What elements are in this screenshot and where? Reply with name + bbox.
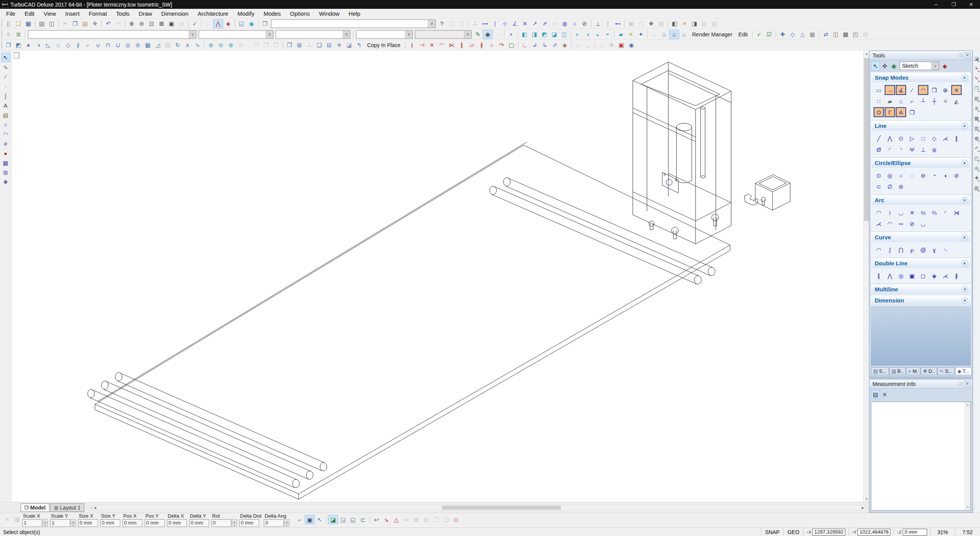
print-preview-button[interactable]: ◫ <box>47 19 57 28</box>
maximize-button[interactable]: ❒ <box>945 0 962 9</box>
arc-center-radius-button[interactable]: ◠ <box>874 208 884 217</box>
render-ball-button[interactable]: ◍ <box>973 134 980 142</box>
line-style-select[interactable]: ∨ <box>199 30 273 39</box>
snap-vertex-button[interactable]: ↗ <box>530 19 540 28</box>
section-header[interactable]: Double Line <box>871 258 970 268</box>
collapse-icon[interactable] <box>962 74 968 81</box>
pin-icon[interactable]: ❍ <box>958 52 962 58</box>
render-hidden-line-button[interactable]: ♨ <box>659 30 669 39</box>
3d-pick-button[interactable]: ◈ <box>223 19 233 28</box>
copy-linear-button[interactable]: ❐ <box>284 41 294 50</box>
spell-az-button[interactable]: ☑ <box>764 30 774 39</box>
image-attach-button[interactable]: ▥ <box>699 19 709 28</box>
spiral-3d-button[interactable]: ∿ <box>193 41 203 50</box>
ungroup-button[interactable]: ▢ <box>636 19 646 28</box>
color-select-select[interactable]: ∨ <box>356 30 413 39</box>
field-input[interactable]: 0 <box>211 519 231 527</box>
zoom-previous-button[interactable]: ◎ <box>176 19 186 28</box>
snap-status[interactable]: SNAP <box>761 528 783 536</box>
snap-intersection-button[interactable]: ✕ <box>951 85 962 95</box>
field-input[interactable]: 1 <box>22 519 42 527</box>
node-select-button[interactable]: ✜ <box>880 61 889 70</box>
snap-divide-button[interactable]: ⊹ <box>500 19 510 28</box>
snap-quadrant-button[interactable]: ◍ <box>560 19 570 28</box>
corner-round-button[interactable]: ∟ <box>520 41 530 50</box>
spinner[interactable]: ▴▾ <box>42 519 48 527</box>
line-weight-select[interactable]: ∨ <box>276 30 350 39</box>
measurement-list-button[interactable]: ▤ <box>871 390 880 399</box>
measure-tri-button[interactable]: △ <box>596 41 606 50</box>
spinner[interactable]: ▴▾ <box>70 519 76 527</box>
new-from-template-button[interactable]: ❐ <box>260 19 270 28</box>
bool-subtract-button[interactable]: ⊖ <box>216 41 226 50</box>
group-button[interactable]: ▣ <box>626 19 636 28</box>
snap-priority-button[interactable]: ⊷ <box>613 19 623 28</box>
workplane-button[interactable]: ▰ <box>616 30 626 39</box>
snap-grid-button[interactable]: ∷ <box>874 96 884 106</box>
x-coordinate-field[interactable]: 1297,329592 <box>812 529 845 536</box>
menu-file[interactable]: File <box>2 10 20 18</box>
workspace-window-button[interactable]: ◱ <box>237 19 247 28</box>
section-header[interactable]: Snap Modes <box>871 73 970 82</box>
circle-tool-button[interactable]: ○ <box>1 120 10 129</box>
vertical-scrollbar[interactable]: ▲ ▼ <box>863 51 869 502</box>
dup2-gray-button[interactable]: ❑ <box>441 515 451 524</box>
arc-tool-button[interactable]: ◠ <box>1 129 10 139</box>
dline-offset-button[interactable]: ∦ <box>951 271 962 281</box>
rail-sweep-button[interactable]: ⊓ <box>103 41 113 50</box>
line-rectangle-button[interactable]: □ <box>918 133 928 143</box>
line-tangent-2arc-button[interactable]: ◜ <box>885 144 895 154</box>
snap-magnetic-button[interactable]: Ω <box>874 107 884 117</box>
fill-select-select[interactable]: ∨ <box>415 30 472 39</box>
select-2d-mode-button[interactable]: ▣ <box>305 515 315 524</box>
zoom-extents-button[interactable]: ⊠ <box>157 19 167 28</box>
dline-angle-button[interactable]: ⋀ <box>885 271 895 281</box>
redo-button[interactable]: ↷ <box>113 19 123 28</box>
select-button[interactable]: ↖ <box>1 53 10 62</box>
line-polygon-button[interactable]: ▷ <box>907 133 917 143</box>
render-wireframe-button[interactable]: ♨ <box>649 30 659 39</box>
hatch-pair-button[interactable]: ∩ <box>573 41 583 50</box>
helix-button[interactable]: ∮ <box>73 41 83 50</box>
edit-select-button[interactable]: ∿ <box>1 62 10 72</box>
wedge-button[interactable]: ◇ <box>63 41 73 50</box>
layers-button[interactable]: ≣ <box>13 30 23 39</box>
snap-ortho-button[interactable]: ⊥ <box>593 19 603 28</box>
line-irregular-button[interactable]: ⊙ <box>896 133 906 143</box>
ellipse-ratio-button[interactable]: ⊜ <box>896 181 906 191</box>
part-tree-1-button[interactable]: ❒ <box>251 41 261 50</box>
line-axis-button[interactable]: ⊥ <box>918 144 928 154</box>
collapse-icon[interactable] <box>962 197 968 203</box>
coord-world-button[interactable]: ◪ <box>328 515 338 524</box>
menu-view[interactable]: View <box>39 10 60 18</box>
scroll-up-icon[interactable]: ▲ <box>965 402 970 408</box>
fillet-button[interactable]: ◠ <box>437 41 447 50</box>
field-input[interactable]: 1 <box>50 519 70 527</box>
ellipse-rotated-button[interactable]: ∅ <box>885 181 895 191</box>
snap-opposite-button[interactable]: ∡ <box>896 85 906 95</box>
view-right-button[interactable]: ◓ <box>603 30 612 39</box>
menu-modify[interactable]: Modify <box>233 10 259 18</box>
torus-button[interactable]: ◎ <box>123 41 133 50</box>
field-input[interactable]: 0 mm <box>189 519 209 527</box>
layer-select-select[interactable]: ∨ <box>28 30 196 39</box>
paste-button[interactable]: ▤ <box>80 19 90 28</box>
snap-nearest-button[interactable]: ⊶ <box>480 19 490 28</box>
dline-rect-button[interactable]: ◻ <box>918 271 928 281</box>
view-front-button[interactable]: ◐ <box>573 30 583 39</box>
loft-button[interactable]: ∧ <box>183 41 193 50</box>
render-quality-button[interactable]: ♨ <box>679 30 689 39</box>
scroll-up-icon[interactable]: ▲ <box>864 51 869 57</box>
palette-tab-design[interactable]: ❋D.. <box>921 367 937 375</box>
pipe-button[interactable]: ⊔ <box>113 41 123 50</box>
circle-3point-button[interactable]: ◌ <box>907 170 917 180</box>
arc-ratio-button[interactable]: ◡ <box>918 219 928 229</box>
line-sketch-button[interactable]: ψ <box>929 144 939 154</box>
select-outline-button[interactable]: ▧ <box>656 19 666 28</box>
layers-strip-button[interactable]: ≣ <box>973 104 980 113</box>
rotate-3d-button[interactable]: ↻ <box>173 41 183 50</box>
view-back-button[interactable]: ◑ <box>583 30 593 39</box>
curve-fit-button[interactable]: ⋂ <box>896 245 906 255</box>
menu-dimension[interactable]: Dimension <box>157 10 193 18</box>
arc-clip-button[interactable]: ⊘ <box>907 219 917 229</box>
